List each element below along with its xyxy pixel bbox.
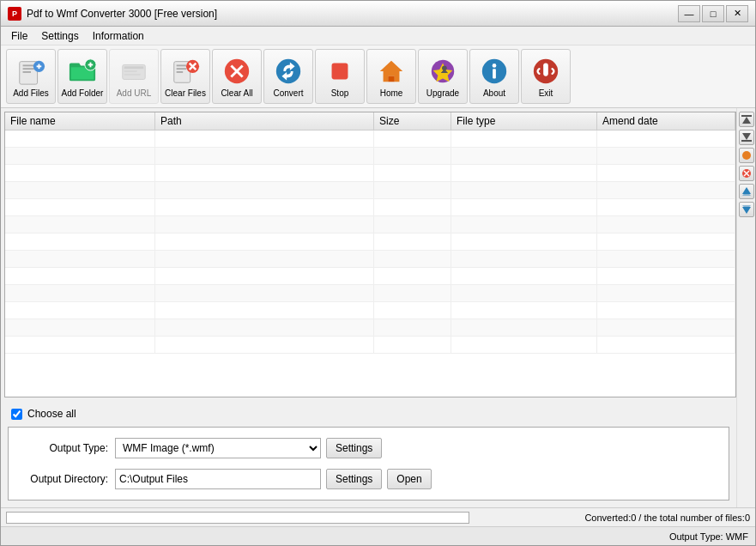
add-files-button[interactable]: Add Files [6,49,56,104]
svg-point-24 [276,58,300,82]
table-row [5,337,735,354]
col-filename: File name [5,112,155,130]
output-directory-label: Output Directory: [22,473,108,485]
clear-all-button[interactable]: Clear All [212,49,262,104]
output-directory-wrapper: Settings Open [115,469,432,489]
output-type-bar-text: Output Type: WMF [669,531,748,542]
svg-rect-12 [124,70,137,72]
stop-button[interactable]: Stop [315,49,365,104]
table-row [5,285,735,302]
table-row [5,199,735,216]
output-type-label: Output Type: [22,442,108,454]
add-url-icon [118,56,149,87]
svg-marker-36 [742,117,751,124]
add-url-label: Add URL [117,88,152,98]
svg-point-31 [493,64,497,68]
add-files-label: Add Files [13,88,49,98]
remove-item-red-button[interactable] [739,166,754,181]
table-row [5,148,735,165]
minimize-button[interactable]: — [678,5,700,22]
table-row [5,130,735,148]
table-row [5,319,735,337]
table-header: File name Path Size File type Amend date [5,112,735,130]
exit-icon [530,56,561,87]
clear-all-icon [221,56,252,87]
table-row [5,268,735,285]
status-bar: Converted:0 / the total number of files:… [1,507,755,526]
clear-all-label: Clear All [221,88,252,98]
scroll-list-button[interactable] [739,112,754,127]
file-table[interactable]: File name Path Size File type Amend date [4,112,736,397]
output-directory-input[interactable] [115,469,321,489]
maximize-button[interactable]: □ [702,5,724,22]
clear-files-button[interactable]: Clear Files [160,49,210,104]
output-directory-settings-button[interactable]: Settings [326,469,382,489]
output-type-row: Output Type: WMF Image (*.wmf) Settings [22,438,715,458]
remove-item-orange-button[interactable] [739,148,754,163]
svg-rect-6 [39,64,40,69]
svg-rect-9 [90,62,92,67]
title-bar: P Pdf to Wmf Converter 3000 [Free versio… [1,1,755,27]
close-button[interactable]: ✕ [726,5,748,22]
about-icon [479,56,510,87]
move-up-button[interactable] [739,184,754,199]
clear-files-icon [170,56,201,87]
output-type-select-wrapper: WMF Image (*.wmf) Settings [115,438,382,458]
home-label: Home [380,88,403,98]
svg-rect-34 [543,63,548,76]
output-directory-open-button[interactable]: Open [387,469,431,489]
menu-settings[interactable]: Settings [34,28,85,44]
output-type-select[interactable]: WMF Image (*.wmf) [115,438,321,458]
bottom-area: Choose all Output Type: WMF Image (*.wmf… [1,401,736,507]
table-row [5,165,735,182]
col-filetype: File type [451,112,597,130]
add-folder-icon [67,56,98,87]
sidebar-buttons [736,108,755,507]
table-row [5,302,735,319]
svg-marker-37 [742,133,751,140]
add-files-icon [15,56,46,87]
svg-rect-1 [23,64,34,66]
about-button[interactable]: About [469,49,519,104]
upgrade-button[interactable]: Upgrade [418,49,468,104]
status-text: Converted:0 / the total number of files:… [476,513,750,523]
title-bar-controls: — □ ✕ [678,5,748,22]
menu-information[interactable]: Information [86,28,151,44]
output-type-bar: Output Type: WMF [1,526,755,545]
convert-label: Convert [273,88,303,98]
table-row [5,234,735,251]
window-title: Pdf to Wmf Converter 3000 [Free version] [27,8,217,20]
home-icon [376,56,407,87]
stop-label: Stop [331,88,349,98]
svg-rect-35 [741,115,752,117]
about-label: About [483,88,505,98]
main-window: P Pdf to Wmf Converter 3000 [Free versio… [0,0,756,546]
table-row [5,216,735,234]
table-row [5,251,735,268]
app-icon: P [8,7,21,21]
svg-rect-3 [23,71,31,73]
svg-rect-15 [177,64,186,66]
add-url-button: Add URL [109,49,159,104]
svg-rect-16 [177,68,186,70]
exit-button[interactable]: Exit [521,49,571,104]
svg-point-39 [742,151,751,160]
choose-all-row: Choose all [4,404,733,423]
home-button[interactable]: Home [366,49,416,104]
add-folder-button[interactable]: Add Folder [57,49,107,104]
menu-bar: File Settings Information [1,27,755,46]
convert-button[interactable]: Convert [263,49,313,104]
toolbar: Add Files Add Folder [1,46,755,108]
convert-icon [273,56,304,87]
upgrade-label: Upgrade [426,88,459,98]
scroll-list-down-button[interactable] [739,130,754,145]
menu-file[interactable]: File [4,28,34,44]
svg-rect-25 [332,63,348,79]
move-down-button[interactable] [739,202,754,217]
col-amenddate: Amend date [597,112,735,130]
table-row [5,182,735,199]
svg-rect-11 [124,66,144,69]
col-size: Size [374,112,451,130]
choose-all-checkbox[interactable] [11,409,22,420]
output-type-settings-button[interactable]: Settings [326,438,382,458]
